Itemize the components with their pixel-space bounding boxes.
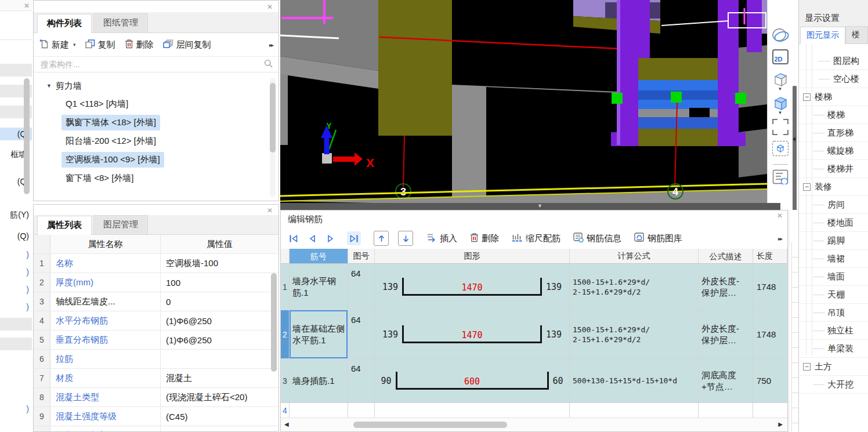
- first-row-button[interactable]: [287, 231, 301, 245]
- new-button[interactable]: 新建 ▾: [39, 39, 76, 50]
- move-row-up-button[interactable]: [374, 231, 389, 246]
- sidebar-item-cropped[interactable]: [0, 318, 32, 331]
- horizontal-splitter[interactable]: ▼: [280, 203, 780, 210]
- rebar-library-button[interactable]: 钢筋图库: [634, 233, 682, 244]
- display-tree-item[interactable]: 单梁装: [799, 340, 868, 358]
- move-row-down-button[interactable]: [398, 231, 413, 246]
- scrollbar-thumb[interactable]: [270, 83, 276, 153]
- tab-drawing-management[interactable]: 图纸管理: [93, 13, 148, 32]
- sidebar-item-cropped[interactable]: ): [0, 248, 32, 261]
- property-row[interactable]: 5 垂直分布钢筋 (1)Φ6@250: [34, 331, 279, 350]
- scrollbar-thumb[interactable]: [271, 273, 277, 372]
- display-tree-item[interactable]: 吊顶: [799, 304, 868, 322]
- close-icon[interactable]: ✕: [267, 207, 273, 214]
- layer-copy-button[interactable]: 层间复制: [163, 39, 211, 50]
- rebar-row[interactable]: 1 墙身水平钢筋.1 64 139 1470 139 1500-15+1.6*2…: [281, 264, 787, 310]
- display-tree-group[interactable]: − 楼梯: [799, 88, 868, 106]
- toolbar-overflow-button[interactable]: ▸▸: [778, 235, 782, 242]
- property-row[interactable]: 2 厚度(mm) 100: [34, 273, 279, 292]
- expander-icon[interactable]: ▼: [46, 83, 52, 89]
- property-row[interactable]: 9 混凝土强度等级 (C45): [34, 407, 279, 426]
- last-row-button[interactable]: [347, 231, 361, 245]
- display-tree-group[interactable]: − 土方: [799, 358, 868, 376]
- rebar-row[interactable]: 3 墙身插筋.1 64 90 600 60 500+130-15+15*d-15…: [281, 359, 787, 403]
- sidebar-item-cropped[interactable]: ): [0, 402, 32, 415]
- scrollbar-thumb[interactable]: [353, 422, 507, 428]
- collapse-icon[interactable]: −: [803, 363, 811, 371]
- property-row[interactable]: 8 混凝土类型 (现浇混凝土碎石<20): [34, 388, 279, 407]
- property-row[interactable]: 1 名称 空调板墙-100: [34, 254, 279, 273]
- display-tree-item[interactable]: 踢脚: [799, 232, 868, 250]
- close-icon[interactable]: ✕: [24, 2, 30, 9]
- search-input[interactable]: [39, 59, 264, 70]
- sidebar-item-cropped[interactable]: (Q): [0, 230, 32, 242]
- isolate-element-button[interactable]: [768, 140, 793, 157]
- tab-property-list[interactable]: 属性列表: [37, 216, 92, 235]
- rebar-row-empty[interactable]: 4: [281, 403, 787, 419]
- search-icon[interactable]: [264, 59, 273, 70]
- property-row[interactable]: 10 混凝土外加剂 (无): [34, 426, 279, 432]
- close-icon[interactable]: ✕: [777, 212, 783, 219]
- 2d-view-button[interactable]: 2D: [768, 49, 793, 64]
- tab-floor-display[interactable]: 楼: [845, 26, 868, 43]
- display-tree-item[interactable]: 直形梯: [799, 124, 868, 142]
- cube-view-button[interactable]: [768, 71, 793, 88]
- property-row[interactable]: 7 材质 混凝土: [34, 369, 279, 388]
- splitter-collapse-left-icon[interactable]: [793, 137, 795, 141]
- toolbar-overflow-button[interactable]: ▸▸: [269, 42, 273, 48]
- insert-button[interactable]: 插入: [426, 233, 457, 244]
- display-tree-item[interactable]: 墙裙: [799, 250, 868, 268]
- property-row[interactable]: 4 水平分布钢筋 (1)Φ6@250: [34, 311, 279, 331]
- copy-button[interactable]: 复制: [85, 39, 115, 50]
- solid-cube-view-button[interactable]: [768, 95, 793, 111]
- sidebar-item-cropped[interactable]: ): [0, 300, 32, 313]
- delete-button[interactable]: 删除: [125, 39, 154, 50]
- tab-component-list[interactable]: 构件列表: [37, 14, 92, 33]
- scrollbar-thumb[interactable]: [24, 78, 30, 194]
- horizontal-scrollbar[interactable]: ◀ ▶: [281, 418, 787, 431]
- sidebar-item-cropped[interactable]: [0, 64, 32, 77]
- sidebar-item-cropped[interactable]: ): [0, 283, 32, 296]
- sidebar-item-cropped[interactable]: [0, 337, 32, 350]
- display-tree-item[interactable]: 墙面: [799, 268, 868, 286]
- tree-item[interactable]: 阳台墙-200 <12> [外墙]: [34, 132, 279, 150]
- tab-element-display[interactable]: 图元显示: [800, 27, 845, 44]
- display-tree-item[interactable]: 天棚: [799, 286, 868, 304]
- chevron-down-icon[interactable]: ▼: [778, 86, 783, 92]
- display-tree-item[interactable]: 大开挖: [799, 376, 868, 394]
- chevron-down-icon[interactable]: ▼: [778, 110, 783, 115]
- view-list-button[interactable]: [768, 169, 793, 184]
- display-tree-item[interactable]: 楼地面: [799, 214, 868, 232]
- scaled-reinforcement-button[interactable]: 缩尺配筋: [512, 233, 560, 244]
- tab-layer-management[interactable]: 图层管理: [93, 215, 148, 234]
- rebar-info-button[interactable]: 钢筋信息: [573, 233, 621, 244]
- display-tree-item[interactable]: 楼梯: [799, 106, 868, 124]
- tree-item[interactable]: 飘窗下墙体 <18> [外墙]: [34, 113, 279, 132]
- sidebar-item-cropped[interactable]: ): [0, 266, 32, 278]
- tree-item[interactable]: 窗下墙 <8> [外墙]: [34, 169, 279, 187]
- close-icon[interactable]: ✕: [267, 3, 273, 10]
- collapse-icon[interactable]: −: [803, 93, 811, 101]
- display-tree-item[interactable]: 空心楼: [799, 70, 868, 88]
- next-row-button[interactable]: [324, 231, 338, 245]
- property-row[interactable]: 6 拉筋: [34, 350, 279, 369]
- property-row[interactable]: 3 轴线距左墙皮... 0: [34, 292, 279, 311]
- display-tree-item[interactable]: 图层构: [799, 52, 868, 70]
- tree-group-shear-wall[interactable]: ▼ 剪力墙: [34, 77, 279, 95]
- display-tree-item[interactable]: 独立柱: [799, 322, 868, 340]
- previous-row-button[interactable]: [305, 231, 319, 245]
- collapse-icon[interactable]: −: [803, 183, 811, 191]
- orbit-view-button[interactable]: [768, 28, 793, 44]
- display-tree-group[interactable]: − 装修: [799, 178, 868, 196]
- rebar-row[interactable]: 2 墙在基础左侧水平筋.1 64 139 1470 139 1500-15+1.…: [281, 310, 787, 359]
- sidebar-item-cropped[interactable]: 筋(Y): [0, 209, 32, 222]
- display-tree-item[interactable]: 房间: [799, 196, 868, 214]
- scroll-right-icon[interactable]: ▶: [778, 421, 783, 427]
- scroll-left-icon[interactable]: ◀: [284, 421, 289, 427]
- display-tree-item[interactable]: 螺旋梯: [799, 142, 868, 160]
- delete-button[interactable]: 删除: [470, 233, 499, 244]
- display-tree-item[interactable]: 楼梯井: [799, 160, 868, 178]
- splitter-collapse-icon[interactable]: ▼: [537, 203, 542, 209]
- tree-item[interactable]: 空调板墙-100 <9> [外墙]: [34, 150, 279, 169]
- zoom-extents-button[interactable]: [768, 119, 793, 135]
